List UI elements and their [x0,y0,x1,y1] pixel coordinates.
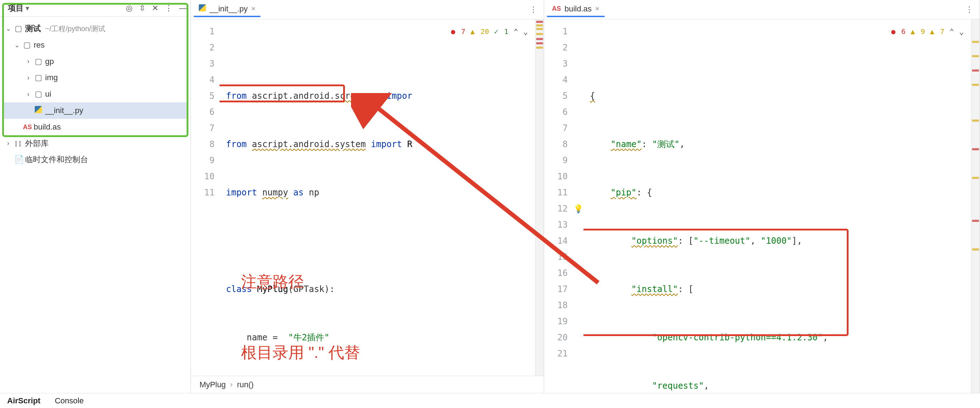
python-icon [34,103,42,118]
as-file-icon: AS [23,121,31,133]
tree-label: 临时文件和控制台 [25,152,88,167]
scroll-strip-left[interactable] [535,19,544,376]
python-icon [199,4,206,14]
tree-file-build[interactable]: AS build.as [2,119,188,135]
editor-area: __init__.py × ⋮ 1234567891011 ● 7 ▲ 20 ✓… [191,0,980,393]
breadcrumb-method[interactable]: run() [237,380,254,389]
tree-label: build.as [34,119,61,135]
editor-tabs-left: __init__.py × ⋮ [191,0,544,19]
more-icon[interactable]: ⋮ [165,3,173,13]
tree-root-path: ~/工程/python/测试 [45,22,105,35]
warning-count[interactable]: ▲ 20 [470,24,489,40]
close-panel-icon[interactable]: ✕ [152,3,158,13]
chevron-right-icon[interactable]: › [5,137,11,149]
folder-icon: ▢ [34,87,42,102]
tree-label: ui [45,87,51,102]
code-right[interactable]: ● 6 ▲ 9 ▲ 7 ⌃ ⌄ { "name": "测试", "pip": {… [584,19,971,393]
tab-build-as[interactable]: AS build.as × [547,2,605,17]
folder-icon: ▢ [14,21,22,36]
gutter-left: 1234567891011 [191,19,220,376]
chevron-down-icon[interactable]: ⌄ [5,22,11,35]
tab-init-py[interactable]: __init__.py × [194,2,260,17]
close-icon[interactable]: × [595,5,600,13]
chevron-right-icon[interactable]: › [25,71,32,84]
tree-label: gp [45,54,54,69]
tree-folder-res[interactable]: ⌄ ▢ res [2,37,188,53]
expand-all-icon[interactable]: ⇳ [139,3,145,13]
minimize-icon[interactable]: — [179,3,187,13]
gutter-right: 123456789101112131415161718192021 [544,19,573,393]
tree-folder-img[interactable]: › ▢ img [2,70,188,86]
project-tree: ⌄ ▢ 测试 ~/工程/python/测试 ⌄ ▢ res › ▢ gp › [0,17,191,171]
folder-icon: ▢ [23,38,31,52]
error-count[interactable]: ● 6 [891,24,905,40]
project-title: 项目 [8,3,24,14]
tab-menu-icon[interactable]: ⋮ [526,3,541,16]
next-highlight-icon[interactable]: ⌄ [959,24,964,40]
chevron-down-icon[interactable]: ▾ [26,4,29,12]
as-file-icon: AS [552,5,561,13]
toolwindow-console[interactable]: Console [55,396,84,405]
scroll-strip-right[interactable] [971,19,980,393]
tree-label: img [45,70,58,85]
tree-label: res [34,38,45,52]
tree-file-init[interactable]: __init__.py [2,102,188,119]
project-header: 项目 ▾ ◎ ⇳ ✕ ⋮ — [0,0,191,17]
chevron-right-icon[interactable]: › [25,55,32,67]
lightbulb-icon[interactable]: 💡 [573,201,583,217]
tab-label: __init__.py [210,4,248,14]
tree-folder-gp[interactable]: › ▢ gp [2,53,188,70]
code-area-right[interactable]: 123456789101112131415161718192021 💡 ● 6 … [544,19,980,393]
code-area-left[interactable]: 1234567891011 ● 7 ▲ 20 ✓ 1 ⌃ ⌄ from ascr… [191,19,544,376]
tree-folder-ui[interactable]: › ▢ ui [2,86,188,102]
tree-scratch[interactable]: 📄 临时文件和控制台 [2,151,188,168]
library-icon: ⫿⫿ [14,136,22,151]
folder-icon: ▢ [34,70,42,85]
error-count[interactable]: ● 7 [451,24,465,40]
inspection-bar-left[interactable]: ● 7 ▲ 20 ✓ 1 ⌃ ⌄ [449,23,530,40]
editor-right: AS build.as × ⋮ 123456789101112131415161… [544,0,980,393]
breadcrumb-left[interactable]: MyPlug › run() [191,376,544,393]
tree-root[interactable]: ⌄ ▢ 测试 ~/工程/python/测试 [2,21,188,37]
chevron-right-icon[interactable]: › [25,88,32,100]
warning-count[interactable]: ▲ 9 [910,24,925,40]
prev-highlight-icon[interactable]: ⌃ [514,24,518,40]
tab-menu-icon[interactable]: ⋮ [962,3,977,16]
scratch-icon: 📄 [14,152,22,167]
folder-icon: ▢ [34,54,42,69]
select-open-file-icon[interactable]: ◎ [126,3,132,13]
tree-root-name: 测试 [25,21,41,36]
chevron-down-icon[interactable]: ⌄ [14,39,20,51]
inspection-bar-right[interactable]: ● 6 ▲ 9 ▲ 7 ⌃ ⌄ [889,23,966,40]
tab-label: build.as [565,4,592,14]
code-left[interactable]: ● 7 ▲ 20 ✓ 1 ⌃ ⌄ from ascript.android.sc… [220,19,535,376]
marker-column: 💡 [573,19,584,393]
project-panel: 项目 ▾ ◎ ⇳ ✕ ⋮ — ⌄ ▢ 测试 ~/工程/python/测试 [0,0,191,393]
breadcrumb-class[interactable]: MyPlug [199,380,226,389]
bottom-toolwindow-bar: AirScript Console [0,393,980,408]
tree-external-libs[interactable]: › ⫿⫿ 外部库 [2,135,188,152]
next-highlight-icon[interactable]: ⌄ [523,24,528,40]
close-icon[interactable]: × [251,5,255,13]
editor-tabs-right: AS build.as × ⋮ [544,0,980,19]
prev-highlight-icon[interactable]: ⌃ [950,24,954,40]
editor-left: __init__.py × ⋮ 1234567891011 ● 7 ▲ 20 ✓… [191,0,544,393]
ok-count[interactable]: ✓ 1 [494,24,508,40]
toolwindow-airscript[interactable]: AirScript [7,396,40,405]
weak-warning-count[interactable]: ▲ 7 [930,24,944,40]
tree-label: 外部库 [25,136,49,151]
tree-label: __init__.py [45,103,83,118]
